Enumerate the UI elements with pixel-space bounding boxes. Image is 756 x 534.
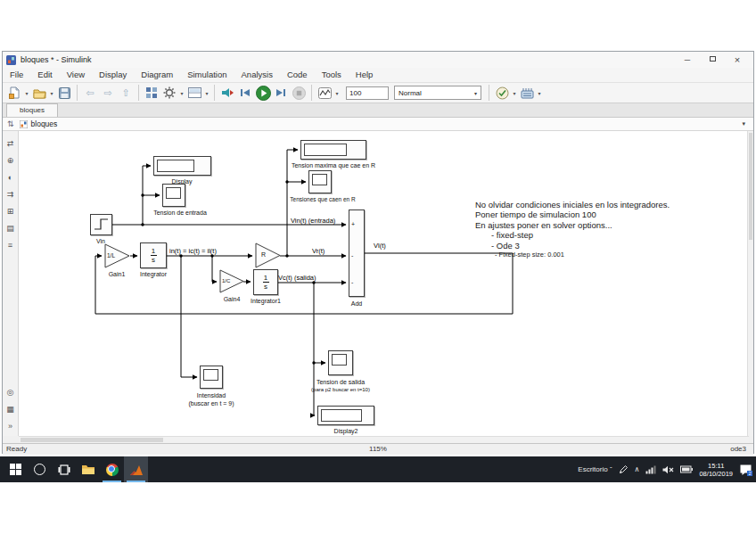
add-block[interactable]: + - -	[349, 209, 365, 297]
fast-restart-button[interactable]	[218, 84, 236, 102]
battery-icon[interactable]	[680, 465, 693, 473]
integrator-block[interactable]: 1 s	[140, 242, 167, 268]
notification-center-icon[interactable]: 2	[739, 464, 752, 476]
output-voltage-scope-sublabel: (para p2 buscar en t=10)	[311, 386, 370, 394]
close-button[interactable]: ×	[725, 52, 750, 68]
output-voltage-scope-block[interactable]	[328, 350, 353, 375]
stop-button[interactable]	[290, 84, 308, 102]
toolbar-separator	[311, 85, 312, 101]
pen-icon[interactable]	[619, 464, 629, 474]
diagram-canvas[interactable]	[19, 131, 749, 436]
hidden-icons-chevron[interactable]: ∧	[635, 465, 640, 473]
integrator1-block[interactable]: 1 s	[253, 269, 278, 295]
comment-icon[interactable]: ≡	[8, 241, 12, 250]
desktop-toolbar[interactable]: Escritorio ˆ	[578, 465, 612, 473]
gain1-block[interactable]: 1/L	[104, 243, 130, 268]
menu-view[interactable]: View	[60, 68, 92, 82]
data-inspector-caret[interactable]: ▾	[333, 90, 341, 96]
signal-vc-label: Vc(t) (salida)	[278, 274, 316, 282]
up-to-parent-button[interactable]: ⇧	[117, 84, 135, 102]
update-diagram-button[interactable]	[493, 84, 511, 102]
open-caret[interactable]: ▾	[48, 90, 55, 96]
update-diagram-caret[interactable]: ▾	[511, 90, 518, 96]
step-forward-button[interactable]	[272, 84, 290, 102]
display2-label: Display2	[334, 427, 358, 435]
breadcrumb-model[interactable]: bloques	[31, 119, 58, 128]
signal-routing-icon[interactable]: ⇉	[7, 190, 14, 199]
status-solver[interactable]: ode3	[730, 445, 746, 453]
display-max-block[interactable]	[300, 140, 366, 160]
speaker-muted-icon[interactable]	[662, 465, 674, 474]
browser-toggle-icon[interactable]: ⇄	[7, 139, 14, 148]
library-link-icon[interactable]: ⊞	[7, 207, 14, 216]
data-inspector-button[interactable]	[316, 84, 333, 102]
current-scope-sublabel: (buscar en t = 9)	[188, 399, 234, 407]
build-model-button[interactable]	[518, 84, 536, 102]
forward-button[interactable]: ⇨	[99, 84, 117, 102]
menu-file[interactable]: File	[3, 68, 30, 82]
new-model-button[interactable]	[5, 84, 23, 102]
step-icon	[91, 215, 111, 234]
step-back-button[interactable]	[236, 84, 254, 102]
menu-help[interactable]: Help	[349, 68, 381, 82]
coverage-icon[interactable]: ▦	[6, 405, 14, 414]
split-view-caret[interactable]: ▾	[203, 90, 210, 96]
expand-palette-icon[interactable]: »	[8, 422, 12, 431]
menu-tools[interactable]: Tools	[315, 68, 349, 82]
maximize-button[interactable]	[700, 52, 725, 68]
menu-display[interactable]: Display	[92, 68, 134, 82]
save-button[interactable]	[55, 84, 73, 102]
display1-block[interactable]	[153, 156, 211, 176]
menu-code[interactable]: Code	[280, 68, 315, 82]
run-button[interactable]	[254, 84, 272, 102]
task-view-button[interactable]	[52, 456, 76, 482]
simulation-mode-select[interactable]: Normal ▾	[394, 86, 481, 100]
menu-simulation[interactable]: Simulation	[180, 68, 234, 82]
signal-vl-label: Vl(t)	[374, 242, 386, 250]
build-model-caret[interactable]: ▾	[536, 90, 543, 96]
scope-r-block[interactable]	[308, 170, 332, 193]
split-view-button[interactable]	[185, 84, 203, 102]
chrome-icon	[106, 464, 119, 476]
gain1-value: 1/L	[107, 252, 115, 259]
start-button[interactable]	[4, 456, 28, 482]
menu-edit[interactable]: Edit	[30, 68, 59, 82]
breadcrumb-nav-icon[interactable]: ⇅	[7, 119, 14, 128]
vertical-scrollbar[interactable]	[747, 131, 753, 436]
gain4-label: Gain4	[224, 295, 241, 303]
current-scope-block[interactable]	[200, 366, 223, 389]
network-icon[interactable]	[645, 465, 656, 474]
matlab-icon	[129, 464, 144, 476]
chrome-button[interactable]	[100, 456, 124, 482]
sample-time-icon[interactable]: ◐	[8, 173, 12, 182]
zoom-icon[interactable]: ⊕	[7, 156, 14, 165]
matlab-button[interactable]	[124, 456, 148, 482]
display1-value	[157, 160, 194, 172]
step-vin-block[interactable]	[90, 214, 112, 235]
breadcrumb-caret-icon[interactable]: ▾	[742, 120, 745, 127]
window-title: bloques * - Simulink	[21, 55, 92, 64]
annotation-line: - fixed-step	[475, 230, 670, 240]
input-voltage-scope-block[interactable]	[162, 184, 185, 207]
back-button[interactable]: ⇦	[81, 84, 99, 102]
simulation-stop-time-input[interactable]	[346, 86, 389, 100]
taskbar-clock[interactable]: 15:11 08/10/2019	[699, 462, 733, 478]
library-browser-button[interactable]	[143, 84, 160, 102]
task-view-icon	[58, 464, 70, 475]
model-settings-caret[interactable]: ▾	[178, 90, 185, 96]
gain4-block[interactable]: 1/C	[219, 269, 244, 293]
cortana-button[interactable]	[28, 456, 52, 482]
menu-analysis[interactable]: Analysis	[234, 68, 280, 82]
viewer-icon[interactable]: ◎	[7, 388, 14, 397]
minimize-button[interactable]: ─	[675, 52, 700, 68]
display2-block[interactable]	[317, 406, 374, 425]
image-annotation-icon[interactable]: ▤	[6, 224, 14, 233]
gain-r-block[interactable]: R	[255, 242, 281, 268]
open-button[interactable]	[30, 84, 48, 102]
model-settings-button[interactable]	[160, 84, 178, 102]
file-explorer-button[interactable]	[76, 456, 100, 482]
tab-bloques[interactable]: bloques	[6, 103, 58, 117]
new-model-caret[interactable]: ▾	[23, 90, 30, 96]
menu-diagram[interactable]: Diagram	[134, 68, 180, 82]
horizontal-scrollbar[interactable]	[19, 436, 749, 443]
